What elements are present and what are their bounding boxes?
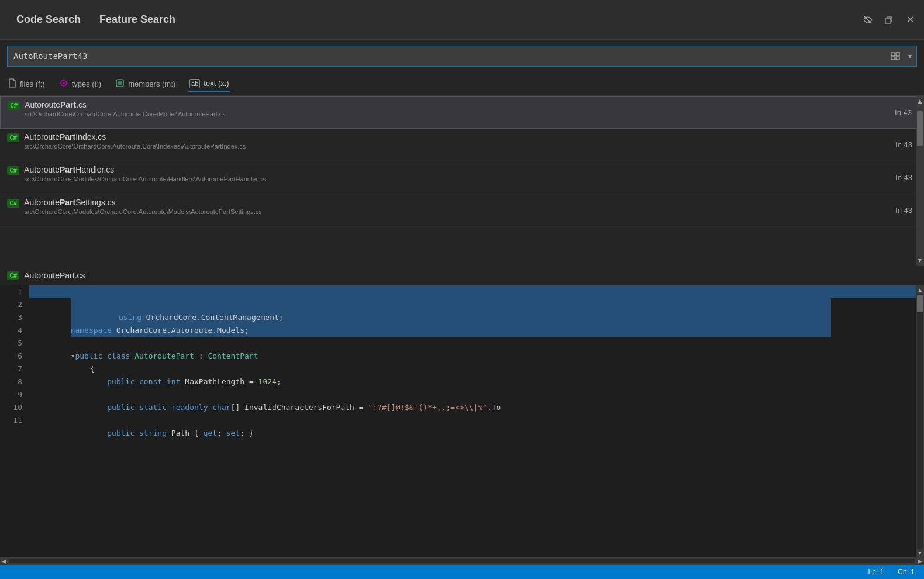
status-ln: Ln: 1 [868,568,884,576]
result-path: src\OrchardCore.Modules\OrchardCore.Auto… [24,175,266,182]
result-item-left: C# AutoroutePartSettings.cs src\OrchardC… [7,198,877,215]
result-filename: AutoroutePartHandler.cs [24,165,266,174]
kw-public5: public [75,351,102,360]
svg-rect-2 [891,53,895,56]
cs-badge: C# [7,166,19,175]
kw-const: const [139,377,162,386]
scroll-thumb[interactable] [917,111,923,146]
sp11a [135,429,139,437]
result-text-block: AutoroutePartHandler.cs src\OrchardCore.… [24,165,266,182]
line-num-9: 9 [0,388,22,401]
result-path: src\OrchardCore\OrchardCore.Autoroute.Co… [25,111,226,118]
line-num-5: 5 [0,337,22,350]
filter-tab-text[interactable]: ab text (x:) [188,77,230,92]
svg-rect-4 [891,57,895,60]
restore-icon[interactable] [882,13,896,27]
view-grid-icon[interactable] [887,48,904,64]
svg-rect-3 [896,53,899,56]
line-num-4: 4 [0,324,22,337]
kw-namespace: namespace [71,326,112,335]
code-scroll-down[interactable]: ▼ [917,549,923,557]
num-1024: 1024 [258,377,277,386]
results-container: C# AutoroutePart.cs src\OrchardCore\Orch… [0,96,924,266]
code-scroll-up[interactable]: ▲ [917,285,923,294]
code-text11b: ; [217,429,226,437]
svg-line-0 [864,16,871,23]
code-line-9: public static readonly char[] InvalidCha… [29,388,916,401]
close-icon[interactable]: ✕ [903,13,917,27]
keyword-using: using [119,313,142,322]
str-chars: ":?#[]@!$&'()*+,.;=<>\\|%" [368,403,487,412]
filename-suffix: Index.cs [75,132,106,142]
h-scroll-track [9,559,915,563]
result-filename: AutoroutePartIndex.cs [24,132,246,142]
result-item[interactable]: C# AutoroutePartSettings.cs src\OrchardC… [0,194,924,227]
h-scroll-right[interactable]: ▶ [916,557,924,565]
result-count: In 43 [895,140,912,149]
kw-public7: public [107,377,135,386]
filter-tab-members-label: members (m:) [128,80,175,88]
members-icon [115,78,125,89]
code-text: OrchardCore.ContentManagement; [142,313,284,322]
svg-point-7 [63,82,65,84]
code-text5: : [194,351,208,360]
scroll-down-arrow[interactable]: ▼ [916,255,923,266]
filter-tab-text-label: text (x:) [204,79,229,88]
filename-suffix: Settings.cs [75,198,115,207]
result-item-left: C# AutoroutePartIndex.cs src\OrchardCore… [7,132,877,150]
code-preview-header: C# AutoroutePart.cs [0,266,924,285]
filename-suffix: Handler.cs [75,165,114,174]
line-num-6: 6 [0,350,22,363]
result-text-block: AutoroutePart.cs src\OrchardCore\Orchard… [25,100,226,118]
type-ContentPart: ContentPart [208,351,258,360]
file-icon [8,78,16,89]
line-num-11: 11 [0,414,22,427]
kw-public11: public [107,429,135,437]
svg-rect-1 [885,18,891,23]
cs-badge: C# [8,101,20,110]
scroll-up-arrow[interactable]: ▲ [916,96,923,106]
filename-prefix: Autoroute [24,198,60,207]
filename-bold: Part [60,100,76,109]
filename-bold: Part [60,165,75,174]
code-text: OrchardCore.Autoroute.Models; [112,326,249,335]
result-filename: AutoroutePart.cs [25,100,226,109]
h-scroll-left[interactable]: ◀ [0,557,8,565]
filename-prefix: Autoroute [24,132,60,142]
code-v-scrollbar[interactable]: ▲ ▼ [916,285,924,557]
filename-bold: Part [60,132,75,142]
result-item[interactable]: C# AutoroutePartHandler.cs src\OrchardCo… [0,161,924,194]
code-scroll-thumb[interactable] [917,295,923,312]
code-text9b: .To [487,403,501,412]
tab-code-search[interactable]: Code Search [7,9,90,30]
code-indent11 [71,429,108,437]
dropdown-arrow[interactable]: ▾ [906,52,914,60]
result-item[interactable]: C# AutoroutePartIndex.cs src\OrchardCore… [0,129,924,161]
line-num-10: 10 [0,401,22,414]
cs-badge: C# [7,199,19,208]
results-scrollbar[interactable]: ▲ ▼ [916,96,924,266]
semi7: ; [277,377,281,386]
code-lines: using OrchardCore.ContentManagement; nam… [29,285,916,557]
line-num-7: 7 [0,363,22,375]
filter-tab-types[interactable]: types (t:) [58,76,103,92]
window-controls: ✕ [861,13,917,27]
code-indent7 [71,377,108,386]
filter-tab-files[interactable]: files (f:) [7,76,46,92]
filter-tab-members[interactable]: members (m:) [114,76,177,92]
settings-icon[interactable] [861,13,875,27]
result-count: In 43 [895,108,912,117]
result-item[interactable]: C# AutoroutePart.cs src\OrchardCore\Orch… [0,96,924,129]
type-AutoroutePart: AutoroutePart [135,351,194,360]
line-numbers: 1 2 3 4 5 6 7 8 9 10 11 [0,285,29,557]
tab-feature-search[interactable]: Feature Search [90,9,185,30]
result-item-left: C# AutoroutePart.cs src\OrchardCore\Orch… [8,100,877,118]
code-line-7: public const int MaxPathLength = 1024; [29,363,916,375]
search-input[interactable] [8,51,887,61]
filename-bold: Part [60,198,75,207]
title-bar: Code Search Feature Search ✕ [0,0,924,40]
kw-int: int [167,377,180,386]
code-h-scrollbar[interactable]: ◀ ▶ [0,557,924,565]
kw-string: string [139,429,167,437]
code-line-1: using OrchardCore.ContentManagement; [29,285,916,298]
